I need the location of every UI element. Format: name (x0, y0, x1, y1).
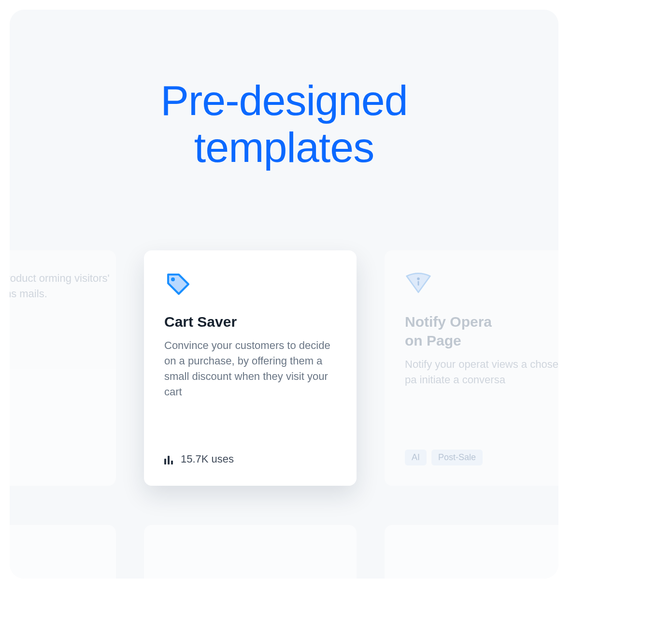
svg-point-1 (417, 277, 420, 280)
svg-rect-2 (418, 281, 419, 285)
tag-ai: AI (405, 450, 427, 465)
template-card-cart-saver[interactable]: Cart Saver Convince your customers to de… (144, 250, 357, 486)
template-card-desc: Convince your customers to decide on a p… (164, 338, 336, 443)
template-carousel: about product orming visitors' questions… (10, 250, 558, 486)
template-card-title: Cart Saver (164, 312, 336, 331)
tag-icon (164, 271, 191, 298)
templates-section: Pre-designed templates about product orm… (10, 10, 558, 579)
template-card-stub-center[interactable] (144, 525, 357, 579)
template-card-prev[interactable]: about product orming visitors' questions… (10, 250, 116, 486)
wifi-icon (405, 271, 432, 298)
template-card-uses: 15.7K uses (181, 453, 234, 465)
section-heading: Pre-designed templates (10, 10, 558, 171)
svg-point-0 (171, 277, 175, 281)
template-card-next-title: Notify Opera on Page (405, 312, 558, 350)
template-carousel-row2 (10, 525, 558, 579)
tag-post-sale: Post-Sale (431, 450, 483, 465)
template-card-stub-left[interactable] (10, 525, 116, 579)
template-card-next-tags: AI Post-Sale (405, 450, 558, 465)
template-card-prev-desc: about product orming visitors' questions… (10, 271, 116, 465)
bar-chart-icon (164, 454, 175, 464)
template-card-meta: 15.7K uses (164, 453, 336, 465)
heading-line-1: Pre-designed (160, 76, 407, 124)
template-card-next-desc: Notify your operat views a chosen pa ini… (405, 357, 558, 440)
heading-line-2: templates (194, 123, 374, 171)
template-card-stub-right[interactable] (385, 525, 558, 579)
template-card-next[interactable]: Notify Opera on Page Notify your operat … (385, 250, 558, 486)
